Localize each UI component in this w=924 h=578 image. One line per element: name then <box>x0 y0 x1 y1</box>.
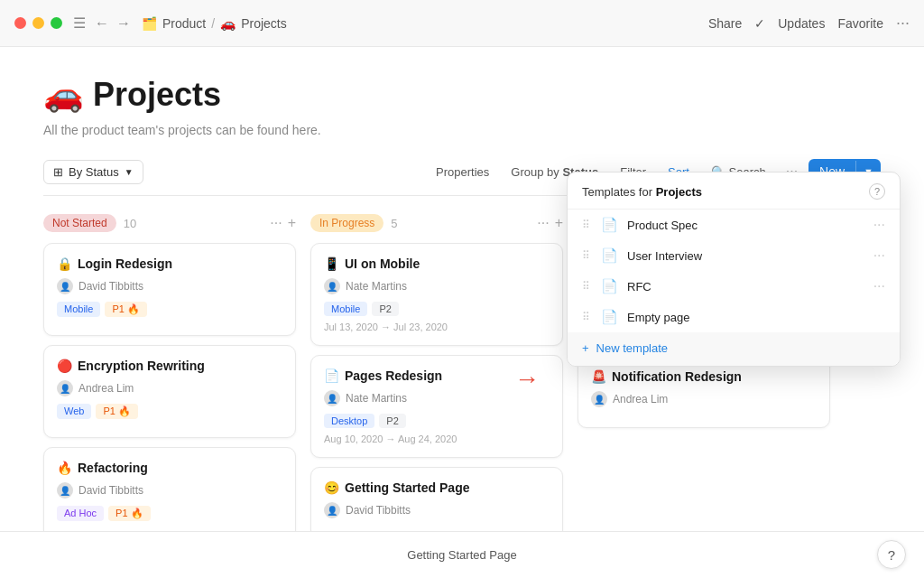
traffic-lights <box>14 17 62 29</box>
card-emoji: 🔥 <box>57 461 72 475</box>
avatar: 👤 <box>57 482 73 499</box>
card-emoji: 🔒 <box>57 256 72 271</box>
tag-p2: P2 <box>372 302 398 316</box>
card-title-text: UI on Mobile <box>345 256 420 271</box>
back-button[interactable]: ← <box>95 15 109 32</box>
card-emoji: 😊 <box>324 480 339 495</box>
new-template-button[interactable]: + New template <box>568 332 900 366</box>
drag-handle-icon: ⠿ <box>582 311 590 323</box>
card-title-text: Encryption Rewriting <box>78 359 205 373</box>
fullscreen-button[interactable] <box>51 17 62 29</box>
template-label: RFC <box>627 280 864 294</box>
favorite-button[interactable]: Favorite <box>837 16 883 31</box>
avatar: 👤 <box>57 380 73 396</box>
breadcrumb-emoji1: 🗂️ <box>142 16 157 31</box>
properties-button[interactable]: Properties <box>427 161 498 183</box>
template-doc-icon: 📄 <box>601 247 618 264</box>
avatar: 👤 <box>324 278 340 294</box>
card-login-redesign[interactable]: 🔒 Login Redesign 👤 David Tibbitts Mobile… <box>43 243 296 336</box>
tag-p1: P1 🔥 <box>96 404 138 419</box>
template-user-interview[interactable]: ⠿ 📄 User Interview ··· <box>568 240 900 271</box>
view-toggle-icon: ⊞ <box>53 165 63 179</box>
tag-web: Web <box>57 404 91 419</box>
chevron-down-icon: ▼ <box>125 167 134 177</box>
help-button[interactable]: ? <box>877 540 906 569</box>
template-doc-icon: 📄 <box>601 217 618 233</box>
breadcrumb-item2[interactable]: Projects <box>241 16 287 31</box>
dropdown-header: Templates for Projects ? <box>568 183 900 210</box>
card-author: 👤 Andrea Lim <box>57 380 282 396</box>
template-label: User Interview <box>627 249 864 263</box>
author-name: Nate Martins <box>346 280 407 293</box>
breadcrumb-item1[interactable]: Product <box>162 16 206 31</box>
card-author: 👤 David Tibbitts <box>57 278 282 294</box>
breadcrumb: 🗂️ Product / 🚗 Projects <box>142 16 708 31</box>
titlebar: ☰ ← → 🗂️ Product / 🚗 Projects Share ✓ Up… <box>0 0 924 47</box>
card-author: 👤 David Tibbitts <box>324 502 550 518</box>
tag-p1: P1 🔥 <box>108 506 151 521</box>
share-button[interactable]: Share <box>708 16 742 31</box>
page-title: 🚗 Projects <box>43 76 881 114</box>
template-rfc[interactable]: ⠿ 📄 RFC ··· <box>568 271 900 302</box>
column-more-icon[interactable]: ··· <box>537 215 549 231</box>
dropdown-title: Templates for Projects <box>582 185 702 199</box>
card-author: 👤 David Tibbitts <box>57 482 282 499</box>
status-badge-not-started: Not Started <box>43 214 116 232</box>
column-add-icon[interactable]: + <box>288 215 296 231</box>
getting-started-text[interactable]: Getting Started Page <box>407 548 516 562</box>
template-more-icon[interactable]: ··· <box>873 278 885 294</box>
more-button[interactable]: ··· <box>896 14 910 33</box>
avatar: 👤 <box>591 391 607 407</box>
card-emoji: 📱 <box>324 256 339 271</box>
tag-mobile: Mobile <box>324 302 367 316</box>
template-more-icon[interactable]: ··· <box>873 217 885 233</box>
status-badge-in-progress: In Progress <box>310 214 383 232</box>
breadcrumb-emoji2: 🚗 <box>220 16 236 31</box>
template-product-spec[interactable]: ⠿ 📄 Product Spec ··· <box>568 210 900 240</box>
card-notification-redesign[interactable]: 🚨 Notification Redesign 👤 Andrea Lim <box>578 356 830 428</box>
menu-icon[interactable]: ☰ <box>73 14 86 32</box>
template-doc-icon: 📄 <box>601 309 618 325</box>
view-toggle-label: By Status <box>69 165 119 179</box>
column-more-icon[interactable]: ··· <box>270 215 282 231</box>
view-toggle[interactable]: ⊞ By Status ▼ <box>43 160 143 184</box>
card-title-text: Refactoring <box>78 461 148 475</box>
page-title-emoji: 🚗 <box>43 76 84 114</box>
card-title: 🔥 Refactoring <box>57 461 282 475</box>
column-count-not-started: 10 <box>124 217 136 230</box>
drag-handle-icon: ⠿ <box>582 249 590 262</box>
drag-handle-icon: ⠿ <box>582 280 590 293</box>
card-author: 👤 Andrea Lim <box>591 391 817 407</box>
close-button[interactable] <box>14 17 26 29</box>
template-more-icon[interactable]: ··· <box>873 247 885 264</box>
template-label: Product Spec <box>627 219 864 232</box>
tag-p2: P2 <box>379 414 405 428</box>
toolbar-left: ⊞ By Status ▼ <box>43 160 143 184</box>
card-tags: Mobile P1 🔥 <box>57 302 282 317</box>
card-emoji: 📄 <box>324 368 339 383</box>
author-name: David Tibbitts <box>79 484 143 497</box>
card-title-text: Getting Started Page <box>345 480 469 495</box>
card-getting-started[interactable]: 😊 Getting Started Page 👤 David Tibbitts <box>310 467 563 539</box>
new-template-label: New template <box>596 341 668 355</box>
plus-icon: + <box>582 341 589 355</box>
arrow-indicator: → <box>514 365 540 394</box>
breadcrumb-sep: / <box>211 16 215 31</box>
bottom-bar: Getting Started Page ? <box>0 531 924 578</box>
checkmark-icon: ✓ <box>754 16 765 31</box>
template-label: Empty page <box>627 311 885 324</box>
tag-desktop: Desktop <box>324 414 374 428</box>
card-refactoring[interactable]: 🔥 Refactoring 👤 David Tibbitts Ad Hoc P1… <box>43 447 296 540</box>
author-name: Nate Martins <box>346 392 407 405</box>
card-date: Aug 10, 2020 → Aug 24, 2020 <box>324 434 550 444</box>
card-ui-on-mobile[interactable]: 📱 UI on Mobile 👤 Nate Martins Mobile P2 … <box>310 243 563 346</box>
updates-button[interactable]: Updates <box>778 16 825 31</box>
page-description: All the product team's projects can be f… <box>43 123 881 137</box>
forward-button[interactable]: → <box>116 15 131 32</box>
card-encryption-rewriting[interactable]: 🔴 Encryption Rewriting 👤 Andrea Lim Web … <box>43 345 296 438</box>
card-title: 🔴 Encryption Rewriting <box>57 359 282 373</box>
column-add-icon[interactable]: + <box>555 215 563 231</box>
template-empty-page[interactable]: ⠿ 📄 Empty page <box>568 302 900 332</box>
help-icon[interactable]: ? <box>869 183 885 200</box>
minimize-button[interactable] <box>32 17 44 29</box>
